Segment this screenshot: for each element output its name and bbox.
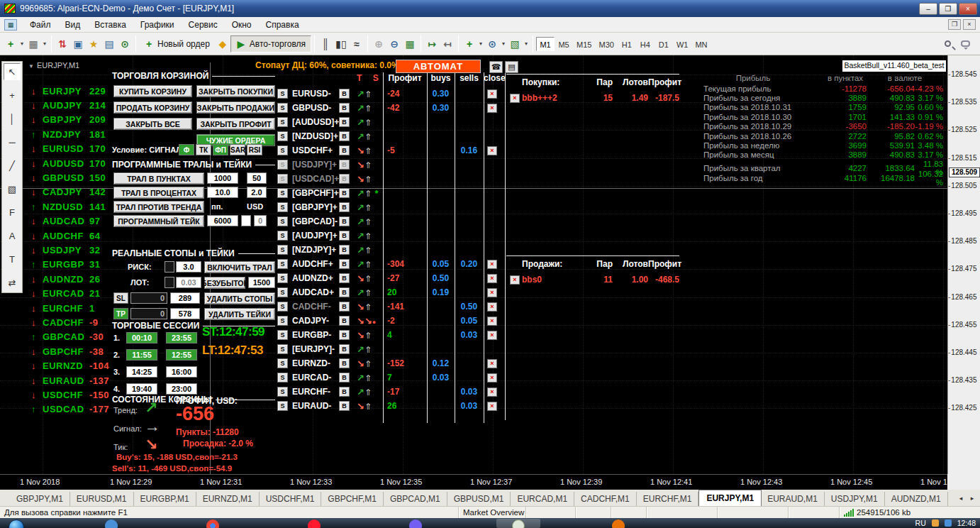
condition-toggle-SAR[interactable]: SAR <box>230 144 245 155</box>
breakeven-button[interactable]: БЕЗУБЫТОК <box>204 277 245 289</box>
buy-pair-button[interactable]: B <box>339 344 350 354</box>
start-button[interactable] <box>9 519 24 528</box>
tray-icon[interactable] <box>945 519 952 527</box>
buy-pair-button[interactable]: B <box>339 401 350 411</box>
session-from-field[interactable]: 00:10 <box>126 332 157 343</box>
session-to-field[interactable]: 16:00 <box>166 366 197 378</box>
tral-field[interactable]: 2.0 <box>247 187 267 198</box>
basket-button[interactable]: ЗАКРЫТЬ ВСЕ <box>113 118 192 130</box>
dropdown-icon[interactable]: ▾ <box>500 36 507 52</box>
condition-toggle-ФП[interactable]: ФП <box>213 144 228 155</box>
sell-pair-button[interactable]: S <box>277 401 288 411</box>
tab-cadchfm1[interactable]: CADCHF,M1 <box>574 492 637 506</box>
breakeven-field[interactable]: 1500 <box>248 277 275 288</box>
sell-pair-button[interactable]: S <box>277 131 288 141</box>
close-pair-button[interactable]: × <box>487 302 497 312</box>
buy-pair-button[interactable]: B <box>339 231 350 241</box>
periods-icon[interactable]: ⊙ <box>484 36 500 52</box>
tral-field[interactable] <box>241 215 251 226</box>
sell-pair-button[interactable]: S <box>277 387 288 397</box>
tab-eurnzdm1[interactable]: EURNZD,M1 <box>196 492 260 506</box>
session-from-field[interactable]: 14:25 <box>126 366 157 378</box>
tp-chip[interactable]: ТР <box>113 308 128 319</box>
dropdown-icon[interactable]: ▾ <box>18 36 26 52</box>
navigator-icon[interactable]: ★ <box>86 36 101 52</box>
delete-stops-button[interactable]: УДАЛИТЬ СТОПЫ <box>204 292 275 304</box>
dropdown-icon[interactable]: ▾ <box>477 36 484 52</box>
chart-profiles-icon[interactable]: ▦ <box>26 36 41 52</box>
close-basket-button[interactable]: × <box>510 275 520 285</box>
buy-pair-button[interactable]: B <box>339 316 350 326</box>
chart-shift-icon[interactable]: ↤ <box>440 36 455 52</box>
timeframe-W1[interactable]: W1 <box>673 37 692 51</box>
timeframe-D1[interactable]: D1 <box>655 37 673 51</box>
risk-field[interactable]: 3.0 <box>176 261 201 273</box>
trendline-icon[interactable]: ╱ <box>4 157 21 174</box>
sell-pair-button[interactable]: S <box>277 103 288 113</box>
tabs-scroll-right-icon[interactable]: ▸ <box>967 494 977 504</box>
tral-button[interactable]: ТРАЛ ПРОТИВ ТРЕНДА <box>113 201 204 213</box>
timeframe-M1[interactable]: M1 <box>536 37 555 51</box>
buy-pair-button[interactable]: B <box>339 216 350 226</box>
tab-gbpjpym1[interactable]: GBPJPY,M1 <box>10 492 70 506</box>
minimize-button[interactable]: – <box>919 3 937 15</box>
vertical-line-icon[interactable]: │ <box>4 110 21 127</box>
buy-pair-button[interactable]: B <box>339 387 350 397</box>
close-pair-button[interactable]: × <box>487 331 497 340</box>
sell-pair-button[interactable]: S <box>277 330 288 340</box>
buy-pair-button[interactable]: B <box>339 160 350 170</box>
data-window-icon[interactable]: ▣ <box>70 36 86 52</box>
taskbar-browser-icon[interactable] <box>612 519 625 528</box>
language-indicator[interactable]: RU <box>915 519 926 527</box>
search-icon[interactable] <box>945 40 951 47</box>
tab-eurjpym1[interactable]: EURJPY,M1 <box>698 490 762 506</box>
session-from-field[interactable]: 19:40 <box>126 383 157 395</box>
sell-pair-button[interactable]: S <box>277 245 288 255</box>
dropdown-icon[interactable]: ▾ <box>523 36 530 52</box>
sell-pair-button[interactable]: S <box>277 302 288 312</box>
indicators-icon[interactable]: + <box>462 36 477 52</box>
close-basket-button[interactable]: × <box>510 94 520 103</box>
tral-field[interactable]: 6000 <box>207 215 238 226</box>
sell-pair-button[interactable]: S <box>277 216 288 226</box>
sell-pair-button[interactable]: S <box>277 117 288 127</box>
close-pair-button[interactable]: × <box>487 146 497 155</box>
tile-windows-icon[interactable]: ▦ <box>402 36 418 52</box>
tp-points-field[interactable]: 578 <box>170 308 200 319</box>
taskbar-mt4-icon[interactable] <box>512 519 525 528</box>
fibonacci-icon[interactable]: F <box>4 204 21 221</box>
delete-takes-button[interactable]: УДАЛИТЬ ТЕЙКИ <box>204 308 275 320</box>
new-chart-icon[interactable]: + <box>3 36 18 52</box>
chart-symbol-label[interactable]: ▼EURJPY,M1 <box>28 61 79 70</box>
buy-pair-button[interactable]: B <box>339 259 350 269</box>
timeframe-H1[interactable]: H1 <box>618 37 636 51</box>
basket-button[interactable]: ЗАКРЫТЬ ПРОДАЖИ <box>196 101 275 114</box>
buy-pair-button[interactable]: B <box>339 103 350 113</box>
tab-usdchfm1[interactable]: USDCHF,M1 <box>260 492 322 506</box>
sell-pair-button[interactable]: S <box>277 160 288 170</box>
horizontal-line-icon[interactable]: ─ <box>4 133 21 150</box>
lot-aux-field[interactable] <box>165 277 174 288</box>
close-pair-button[interactable]: × <box>487 317 497 326</box>
buy-pair-button[interactable]: B <box>339 273 350 283</box>
close-pair-button[interactable]: × <box>487 373 497 383</box>
buy-pair-button[interactable]: B <box>339 373 350 383</box>
lot-field[interactable]: 0.03 <box>176 277 201 288</box>
tab-eurcadm1[interactable]: EURCAD,M1 <box>511 492 574 506</box>
sell-pair-button[interactable]: S <box>277 358 288 368</box>
buy-pair-button[interactable]: B <box>339 89 350 99</box>
timeframe-H4[interactable]: H4 <box>636 37 655 51</box>
text-icon[interactable]: A <box>4 227 21 244</box>
crosshair-icon[interactable]: + <box>4 87 21 104</box>
session-to-field[interactable]: 23:55 <box>166 332 197 343</box>
close-pair-button[interactable]: × <box>487 288 497 297</box>
sell-pair-button[interactable]: S <box>277 259 288 269</box>
tab-euraudm1[interactable]: EURAUD,M1 <box>761 492 825 506</box>
condition-toggle-ТК[interactable]: ТК <box>196 144 211 155</box>
menu-вид[interactable]: Вид <box>58 18 88 31</box>
taskbar-viber-icon[interactable] <box>409 519 422 528</box>
tabs-scroll-left-icon[interactable]: ◂ <box>956 494 966 504</box>
menu-графики[interactable]: Графики <box>133 18 182 31</box>
taskbar-opera-icon[interactable] <box>308 519 321 528</box>
tab-gbpusdm1[interactable]: GBPUSD,M1 <box>447 492 511 506</box>
